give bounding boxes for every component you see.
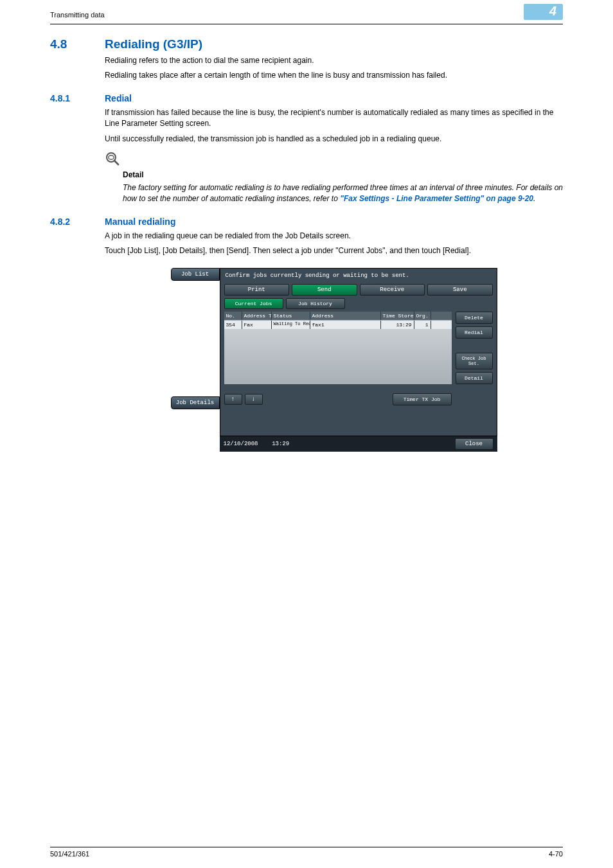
device-tab-job-list[interactable]: Job List	[171, 268, 220, 281]
device-table-empty-area	[224, 329, 452, 384]
heading-4-8-1-num: 4.8.1	[50, 93, 105, 103]
detail-heading: Detail	[123, 170, 563, 181]
heading-4-8-2-num: 4.8.2	[50, 217, 105, 227]
sec482-p2: Touch [Job List], [Job Details], then [S…	[105, 245, 563, 256]
device-screenshot: Job List Job Details Confirm jobs curren…	[171, 268, 497, 452]
col-header-type: Address Type	[242, 312, 272, 320]
col-header-status: Status	[272, 312, 310, 320]
sec482-p1: A job in the redialing queue can be redi…	[105, 231, 563, 242]
device-btn-detail[interactable]: Detail	[456, 372, 493, 384]
cell-time: 13:29	[381, 321, 414, 329]
device-tab-job-details[interactable]: Job Details	[171, 396, 220, 409]
device-btn-delete[interactable]: Delete	[456, 312, 493, 324]
cell-status: Waiting To Redial	[272, 321, 310, 329]
footer-model: 501/421/361	[50, 850, 89, 858]
device-tab-receive[interactable]: Receive	[360, 284, 425, 296]
chapter-number-badge: 4	[524, 4, 563, 20]
detail-text: The factory setting for automatic redial…	[123, 182, 563, 205]
col-header-time: Time Stored	[381, 312, 414, 320]
sec48-p2: Redialing takes place after a certain le…	[105, 70, 563, 81]
cell-type: Fax	[242, 321, 272, 329]
detail-text-post: .	[533, 194, 535, 203]
device-subtab-job-history[interactable]: Job History	[286, 298, 345, 309]
device-instruction: Confirm jobs currently sending or waitin…	[224, 271, 493, 284]
device-btn-redial[interactable]: Redial	[456, 326, 493, 339]
col-header-org: Org.	[414, 312, 431, 320]
cell-org: 1	[414, 321, 431, 329]
device-subtab-current-jobs[interactable]: Current Jobs	[224, 298, 283, 309]
footer-page-number: 4-70	[549, 850, 563, 858]
heading-4-8-num: 4.8	[50, 37, 105, 51]
device-arrow-up[interactable]: ↑	[224, 394, 242, 405]
heading-4-8-title: Redialing (G3/IP)	[105, 37, 202, 51]
device-tab-print[interactable]: Print	[224, 284, 290, 296]
device-job-table: No. Address Type Status Address Time Sto…	[224, 312, 452, 384]
cell-address: fax1	[310, 321, 381, 329]
device-job-row[interactable]: 354 Fax Waiting To Redial fax1 13:29 1	[224, 320, 452, 329]
device-arrow-down[interactable]: ↓	[245, 394, 263, 405]
magnifier-icon	[105, 151, 563, 170]
sec481-p2: Until successfully redialed, the transmi…	[105, 134, 563, 145]
col-header-address: Address	[310, 312, 381, 320]
device-footer-date: 12/10/2008	[224, 441, 258, 447]
device-tab-save[interactable]: Save	[427, 284, 493, 296]
sec481-p1: If transmission has failed because the l…	[105, 107, 563, 130]
svg-line-2	[114, 161, 118, 164]
heading-4-8-1-title: Redial	[105, 93, 132, 103]
device-btn-check-job-set[interactable]: Check Job Set.	[456, 353, 493, 369]
device-btn-close[interactable]: Close	[455, 438, 493, 450]
svg-point-1	[109, 155, 114, 159]
device-tab-send[interactable]: Send	[292, 284, 357, 296]
detail-crossref-link[interactable]: "Fax Settings - Line Parameter Setting" …	[340, 194, 533, 203]
heading-4-8-2-title: Manual redialing	[105, 217, 175, 227]
cell-no: 354	[224, 321, 242, 329]
sec48-p1: Redialing refers to the action to dial t…	[105, 55, 563, 66]
device-footer-time: 13:29	[272, 441, 289, 447]
header-section-path: Transmitting data	[50, 11, 105, 19]
device-btn-timer-tx-job[interactable]: Timer TX Job	[393, 393, 452, 405]
col-header-no: No.	[224, 312, 242, 320]
